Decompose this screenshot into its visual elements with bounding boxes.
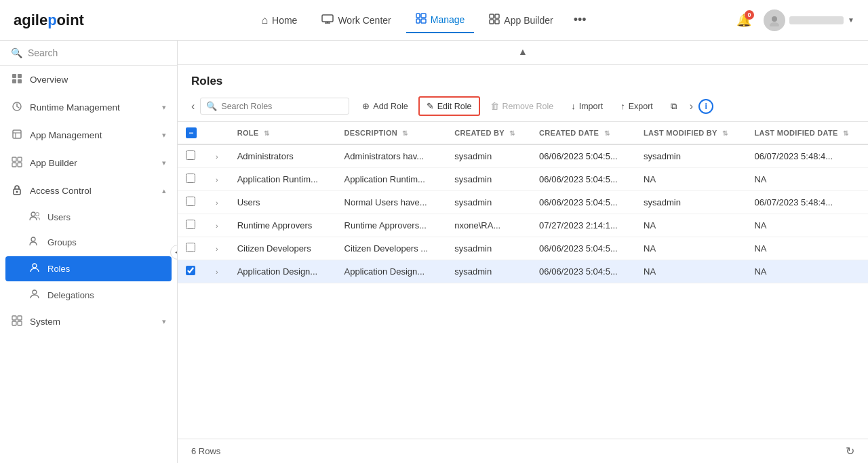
row-expand-cell[interactable]: › — [205, 260, 229, 283]
app-builder-chevron-icon: ▾ — [162, 159, 166, 167]
sidebar-collapse-button[interactable]: ◀ — [170, 245, 178, 260]
info-button[interactable]: i — [698, 99, 713, 114]
export-button[interactable]: ↑ Export — [613, 97, 660, 115]
notification-badge: 0 — [745, 10, 754, 20]
row-checkbox-cell[interactable] — [178, 144, 205, 168]
groups-icon — [28, 237, 41, 248]
sidebar-search[interactable]: 🔍 Search — [0, 41, 177, 66]
row-created-date: 07/27/2023 2:14:1... — [531, 214, 635, 237]
row-expand-button[interactable]: › — [213, 220, 221, 231]
row-checkbox[interactable] — [186, 220, 195, 229]
row-created-by: nxone\RA... — [446, 214, 531, 237]
sidebar: 🔍 Search Overview Runtime Management ▾ A… — [0, 41, 178, 463]
sidebar-item-groups[interactable]: Groups — [0, 230, 177, 255]
row-expand-button[interactable]: › — [213, 266, 221, 277]
header-description-label: Description — [344, 129, 397, 137]
toolbar-search-box[interactable]: 🔍 — [200, 98, 349, 115]
import-button[interactable]: ↓ Import — [564, 97, 610, 115]
header-created-date[interactable]: Created Date ⇅ — [531, 122, 635, 144]
row-expand-button[interactable]: › — [213, 197, 221, 208]
row-role: Citizen Developers — [229, 237, 336, 260]
row-expand-cell[interactable]: › — [205, 191, 229, 214]
more-button[interactable]: ••• — [568, 10, 592, 30]
row-checkbox-cell[interactable] — [178, 214, 205, 237]
edit-role-button[interactable]: ✎ Edit Role — [418, 96, 480, 116]
header-checkbox-col[interactable]: − — [178, 122, 205, 144]
header-last-modified-by[interactable]: Last Modified By ⇅ — [635, 122, 746, 144]
sidebar-item-delegations[interactable]: Delegations — [0, 283, 177, 308]
row-last-modified-date: 06/07/2023 5:48:4... — [746, 191, 868, 214]
nav-appbuilder[interactable]: App Builder — [479, 8, 562, 33]
nav-manage[interactable]: Manage — [406, 7, 475, 33]
app-builder-icon — [11, 157, 23, 169]
search-icon: 🔍 — [11, 47, 22, 58]
row-last-modified-date: NA — [746, 237, 868, 260]
row-expand-button[interactable]: › — [213, 174, 221, 185]
users-icon — [28, 212, 41, 223]
sidebar-item-runtime-management[interactable]: Runtime Management ▾ — [0, 94, 177, 121]
user-avatar[interactable]: ▼ — [764, 9, 854, 31]
toolbar-back-button[interactable]: ‹ — [189, 98, 197, 115]
sidebar-item-roles[interactable]: Roles — [5, 256, 172, 281]
select-all-checkbox[interactable]: − — [186, 127, 197, 138]
logo[interactable]: agilepoint — [14, 12, 84, 29]
svg-rect-0 — [322, 15, 333, 22]
header-description[interactable]: Description ⇅ — [336, 122, 447, 144]
sidebar-runtime-label: Runtime Management — [30, 102, 155, 113]
svg-rect-7 — [490, 14, 494, 18]
row-checkbox-cell[interactable] — [178, 168, 205, 191]
remove-role-label: Remove Role — [502, 102, 554, 111]
main-content: ▲ Roles ‹ 🔍 ⊕ Add Role ✎ Edit Role 🗑 Rem… — [178, 41, 868, 463]
sidebar-item-overview[interactable]: Overview — [0, 66, 177, 94]
row-expand-cell[interactable]: › — [205, 168, 229, 191]
table-row: › Administrators Administrators hav... s… — [178, 144, 868, 168]
minus-icon: − — [189, 129, 193, 137]
svg-rect-10 — [495, 20, 499, 24]
notification-button[interactable]: 🔔 0 — [732, 9, 755, 32]
collapse-toggle-button[interactable]: ▲ — [514, 45, 532, 58]
row-last-modified-by: sysadmin — [635, 191, 746, 214]
table-header-row: − Role ⇅ Description ⇅ C — [178, 122, 868, 144]
add-role-button[interactable]: ⊕ Add Role — [355, 97, 415, 115]
row-expand-button[interactable]: › — [213, 151, 221, 162]
svg-rect-9 — [490, 20, 494, 24]
rows-count: 6 Rows — [191, 446, 220, 456]
nav-workcenter-label: Work Center — [338, 15, 391, 26]
row-expand-cell[interactable]: › — [205, 144, 229, 168]
row-checkbox[interactable] — [186, 150, 195, 160]
header-last-modified-date[interactable]: Last Modified Date ⇅ — [746, 122, 868, 144]
row-checkbox-cell[interactable] — [178, 237, 205, 260]
row-checkbox[interactable] — [186, 174, 195, 183]
refresh-button[interactable]: ↻ — [846, 445, 854, 458]
row-expand-cell[interactable]: › — [205, 214, 229, 237]
row-checkbox[interactable] — [186, 243, 195, 252]
row-checkbox[interactable] — [186, 266, 195, 275]
sidebar-item-app-builder[interactable]: App Builder ▾ — [0, 149, 177, 177]
search-roles-input[interactable] — [221, 102, 343, 111]
header-created-date-label: Created Date — [539, 129, 599, 137]
row-created-date: 06/06/2023 5:04:5... — [531, 260, 635, 283]
header-created-by[interactable]: Created By ⇅ — [446, 122, 531, 144]
row-checkbox-cell[interactable] — [178, 260, 205, 283]
last-modified-by-sort-icon: ⇅ — [722, 129, 728, 137]
row-role: Users — [229, 191, 336, 214]
sidebar-item-app-management[interactable]: App Management ▾ — [0, 121, 177, 149]
svg-rect-21 — [12, 157, 16, 161]
row-checkbox-cell[interactable] — [178, 191, 205, 214]
row-role: Application Design... — [229, 260, 336, 283]
delegations-icon — [28, 289, 41, 301]
copy-button[interactable]: ⧉ — [663, 97, 684, 116]
row-expand-cell[interactable]: › — [205, 237, 229, 260]
toolbar-forward-button[interactable]: › — [687, 98, 696, 115]
remove-role-button[interactable]: 🗑 Remove Role — [483, 97, 561, 115]
sidebar-item-access-control[interactable]: Access Control ▴ — [0, 177, 177, 205]
sidebar-item-system[interactable]: System ▾ — [0, 308, 177, 336]
sidebar-system-label: System — [30, 317, 155, 327]
nav-home[interactable]: ⌂ Home — [252, 9, 307, 32]
row-checkbox[interactable] — [186, 197, 195, 206]
nav-workcenter[interactable]: Work Center — [312, 9, 400, 32]
sidebar-item-users[interactable]: Users — [0, 205, 177, 230]
row-expand-button[interactable]: › — [213, 243, 221, 254]
svg-rect-3 — [416, 14, 420, 18]
header-role[interactable]: Role ⇅ — [229, 122, 336, 144]
